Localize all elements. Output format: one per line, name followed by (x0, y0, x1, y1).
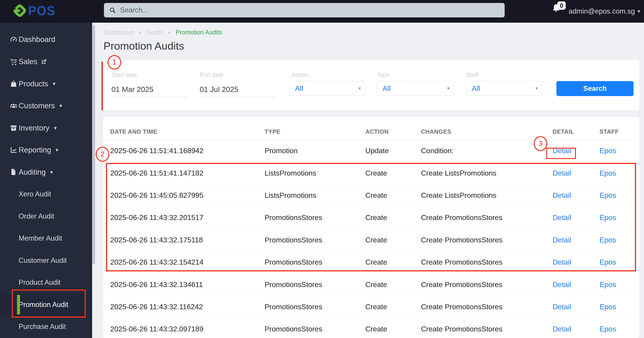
action-select[interactable]: All ▾ (289, 81, 365, 96)
cell-changes: Create PromotionsStores (421, 303, 552, 311)
cell-action: Create (365, 169, 421, 177)
global-search[interactable] (104, 3, 505, 17)
sidebar-item-label: Reporting (18, 146, 51, 154)
cell-type: PromotionsStores (264, 236, 365, 244)
staff-select[interactable]: All ▾ (466, 81, 542, 96)
user-email: admin@epos.com.sg (569, 7, 635, 15)
sidebar-scrollbar-thumb[interactable] (92, 25, 95, 264)
type-select[interactable]: All ▾ (377, 81, 454, 96)
sidebar-item-auditing[interactable]: Auditing ▾ (0, 161, 92, 183)
sidebar-item-customer-audit[interactable]: Customer Audit (0, 249, 92, 272)
detail-link[interactable]: Detail (552, 213, 571, 222)
table-row: 2025-06-26 11:43:32.175118 PromotionsSto… (103, 229, 640, 251)
cell-datetime: 2025-06-26 11:43:32.175118 (110, 236, 264, 244)
breadcrumb-item-audits[interactable]: Audits (146, 29, 164, 36)
active-item-indicator (17, 295, 20, 315)
breadcrumb-item-dashboard[interactable]: Dashboard (104, 29, 134, 36)
notification-count-badge: 0 (557, 1, 566, 10)
sidebar-item-xero-audit[interactable]: Xero Audit (0, 183, 92, 205)
staff-link[interactable]: Epos (600, 169, 616, 177)
start-date-field[interactable]: Start date 01 Mar 2025 (112, 71, 188, 97)
cell-type: Promotion (264, 147, 365, 155)
sidebar-item-promotion-audit[interactable]: Promotion Audit (0, 294, 92, 316)
detail-link[interactable]: Detail (552, 169, 571, 177)
sidebar-item-order-audit[interactable]: Order Audit (0, 205, 92, 227)
detail-link[interactable]: Detail (552, 236, 571, 244)
sidebar-subitem-label: Order Audit (18, 212, 54, 220)
detail-link[interactable]: Detail (552, 280, 571, 289)
epos-logo-mark-icon (13, 4, 27, 18)
chart-line-icon (10, 146, 18, 154)
caret-down-icon: ▾ (53, 81, 55, 87)
sidebar-item-reporting[interactable]: Reporting ▾ (0, 139, 92, 161)
sidebar-item-member-audit[interactable]: Member Audit (0, 227, 92, 250)
detail-link[interactable]: Detail (552, 191, 571, 199)
staff-label: Staff (466, 71, 478, 78)
table-row: 2025-06-26 11:51:41.168942 Promotion Upd… (103, 140, 640, 162)
cell-changes: Condition: (421, 147, 552, 155)
cell-type: PromotionsStores (264, 213, 365, 222)
search-input[interactable] (120, 6, 500, 14)
sidebar-item-purchase-audit[interactable]: Purchase Audit (0, 316, 92, 338)
sidebar-subitem-label: Promotion Audit (18, 301, 68, 309)
sidebar-item-label: Customers (18, 102, 55, 110)
cell-datetime: 2025-06-26 11:43:32.201517 (110, 213, 264, 222)
sidebar-scrollbar-track[interactable] (92, 23, 95, 338)
sidebar-item-product-audit[interactable]: Product Audit (0, 272, 92, 294)
sidebar-item-products[interactable]: Products ▾ (0, 73, 92, 95)
sidebar-item-dashboard[interactable]: Dashboard (0, 28, 92, 50)
audit-table: DATE AND TIME TYPE ACTION CHANGES DETAIL… (103, 117, 640, 338)
staff-link[interactable]: Epos (600, 213, 616, 222)
cell-action: Create (365, 258, 421, 266)
end-date-input[interactable]: 01 Jul 2025 (200, 85, 277, 97)
staff-link[interactable]: Epos (600, 191, 616, 199)
sidebar-item-label: Inventory (18, 124, 50, 132)
cell-datetime: 2025-06-26 11:43:32.134611 (110, 280, 264, 289)
cell-action: Create (365, 280, 421, 289)
page: POS 0 admin@epos.com.sg ▾ (0, 0, 644, 338)
inventory-box-icon (10, 124, 18, 132)
cell-action: Create (365, 236, 421, 244)
cell-type: PromotionsStores (264, 280, 365, 289)
cart-icon (10, 58, 18, 66)
bag-icon (10, 80, 18, 88)
cell-type: ListsPromotions (264, 191, 365, 200)
cell-action: Create (365, 191, 421, 200)
sidebar-item-sales[interactable]: Sales (0, 51, 92, 73)
cell-changes: Create ListsPromotions (421, 191, 552, 200)
detail-link[interactable]: Detail (552, 147, 571, 155)
detail-link[interactable]: Detail (552, 258, 571, 266)
sidebar-item-customers[interactable]: Customers ▾ (0, 95, 92, 117)
cell-datetime: 2025-06-26 11:43:32.116242 (110, 303, 264, 311)
table-row: 2025-06-26 11:51:41.147182 ListsPromotio… (103, 162, 640, 184)
cell-changes: Create PromotionsStores (421, 325, 552, 333)
staff-link[interactable]: Epos (600, 325, 616, 333)
table-row: 2025-06-26 11:43:32.201517 PromotionsSto… (103, 207, 640, 229)
type-select-value: All (382, 84, 391, 93)
staff-select-value: All (472, 84, 480, 93)
staff-link[interactable]: Epos (600, 258, 616, 266)
detail-link[interactable]: Detail (552, 303, 571, 311)
cell-datetime: 2025-06-26 11:51:41.168942 (110, 147, 264, 155)
staff-link[interactable]: Epos (600, 236, 616, 244)
sidebar-item-inventory[interactable]: Inventory ▾ (0, 117, 92, 139)
start-date-input[interactable]: 01 Mar 2025 (112, 85, 188, 97)
staff-link[interactable]: Epos (600, 303, 616, 311)
breadcrumb-separator-icon: ▸ (168, 30, 171, 35)
notifications-button[interactable]: 0 (551, 3, 568, 19)
caret-down-icon: ▾ (447, 86, 450, 91)
detail-link[interactable]: Detail (552, 325, 571, 333)
cell-type: PromotionsStores (264, 325, 365, 333)
caret-down-icon: ▾ (535, 86, 538, 91)
sidebar-item-label: Dashboard (18, 35, 55, 44)
dashboard-icon (10, 35, 18, 43)
sidebar-item-label: Sales (18, 57, 38, 66)
type-label: Type (377, 71, 390, 78)
epos-logo[interactable]: POS (13, 4, 55, 18)
sidebar-nav: Dashboard Sales Products ▾ (0, 23, 92, 338)
staff-link[interactable]: Epos (600, 280, 616, 289)
end-date-field[interactable]: End date 01 Jul 2025 (200, 71, 277, 97)
user-menu[interactable]: admin@epos.com.sg ▾ (569, 0, 640, 23)
staff-link[interactable]: Epos (600, 147, 616, 155)
search-button[interactable]: Search (556, 81, 634, 96)
